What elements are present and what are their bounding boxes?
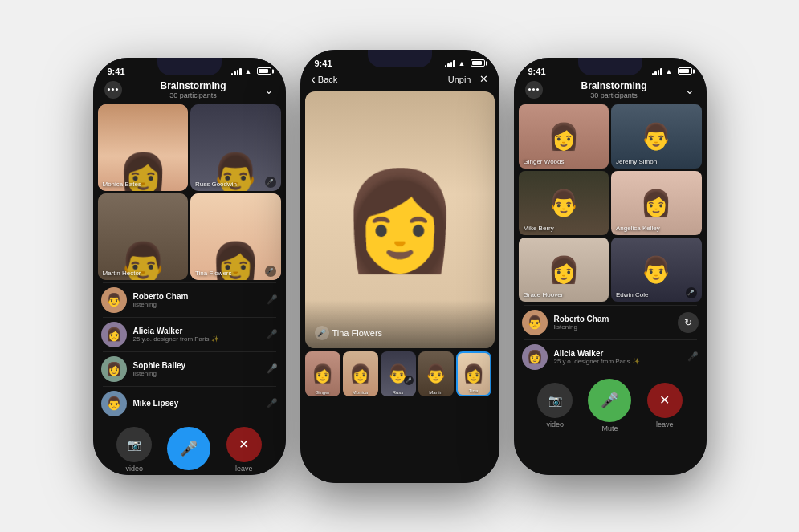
avatar-roberto: 👨 <box>101 287 127 313</box>
wifi-icon-left: ▲ <box>245 67 252 75</box>
chevron-down-icon-right[interactable]: ⌄ <box>685 83 695 96</box>
phone-center-screen: 9:41 ▲ ‹ Bac <box>300 50 499 483</box>
video-name-russ: Russ Goodwin <box>195 181 237 188</box>
avatar-sophie: 👩 <box>101 356 127 382</box>
status-time-right: 9:41 <box>528 67 546 76</box>
status-time-left: 9:41 <box>108 67 125 76</box>
phone-right: 9:41 ▲ <box>514 58 707 475</box>
video-circle-right[interactable]: 📷 <box>537 383 573 418</box>
signal-icon-center <box>445 59 455 67</box>
more-options-button-right[interactable] <box>525 81 543 99</box>
mic-muted-icon-sophie: 🎤 <box>267 363 278 374</box>
video-cell-russ[interactable]: 👨 Russ Goodwin 🎤 <box>190 104 281 191</box>
participant-status-alicia-right: 25 y.o. designer from Paris ✨ <box>554 358 681 365</box>
mic-button-left[interactable]: 🎤 <box>167 427 210 473</box>
status-icons-left: ▲ <box>231 67 271 75</box>
thumb-cell-martin[interactable]: 👨 Martin <box>418 351 454 396</box>
wifi-icon-right: ▲ <box>666 67 673 75</box>
video-name-jeremy: Jeremy Simon <box>616 158 657 165</box>
video-label-left: video <box>125 465 143 473</box>
back-button[interactable]: ‹ Back <box>312 72 338 87</box>
phone-right-screen: 9:41 ▲ <box>514 58 707 475</box>
mic-button-right[interactable]: 🎤 Mute <box>588 379 631 433</box>
participant-name-alicia: Alicia Walker <box>133 327 260 335</box>
phone-left: 9:41 ▲ <box>93 58 286 475</box>
close-pinned-icon[interactable]: ✕ <box>479 73 488 85</box>
status-icons-right: ▲ <box>652 67 692 75</box>
video-name-mike-berry: Mike Berry <box>524 225 554 232</box>
video-cell-tina-left[interactable]: 👩 Tina Flowers 🎤 <box>190 193 281 280</box>
video-circle-left[interactable]: 📷 <box>116 427 152 462</box>
thumb-cell-monica[interactable]: 👩 Monica <box>343 351 378 396</box>
participant-status-roberto: listening <box>133 301 260 308</box>
call-title-left: Brainstorming 30 participants <box>160 80 226 99</box>
video-name-grace: Grace Hoover <box>524 291 564 298</box>
phone-center: 9:41 ▲ ‹ Bac <box>300 50 499 483</box>
pinned-back-bar: ‹ Back Unpin ✕ <box>300 71 499 91</box>
thumb-mic-russ: 🎤 <box>404 376 414 385</box>
thumb-cell-tina[interactable]: 👩 Tina <box>456 351 491 396</box>
mic-icon-russ: 🎤 <box>265 177 276 188</box>
status-time-center: 9:41 <box>315 59 332 68</box>
video-button-left[interactable]: 📷 video <box>116 427 152 473</box>
phone-left-screen: 9:41 ▲ <box>93 58 286 475</box>
video-cell-grace[interactable]: 👩 Grace Hoover <box>519 238 609 302</box>
chevron-down-icon-left[interactable]: ⌄ <box>264 83 274 96</box>
thumb-name-russ: Russ <box>382 390 414 395</box>
participant-list-left: 👨 Roberto Cham listening 🎤 👩 Alicia Walk… <box>93 282 286 420</box>
avatar-roberto-right: 👨 <box>522 310 548 335</box>
pinned-video-main[interactable]: 👩 🎤 Tina Flowers <box>305 91 495 348</box>
leave-label-left: leave <box>235 465 253 473</box>
video-name-monica: Monica Bates <box>103 181 141 188</box>
video-cell-jeremy[interactable]: 👨 Jeremy Simon <box>611 104 702 169</box>
thumb-name-monica: Monica <box>344 390 377 395</box>
participant-name-sophie: Sophie Bailey <box>133 361 260 370</box>
video-label-right: video <box>546 420 564 428</box>
list-item-roberto-right[interactable]: 👨 Roberto Cham listening ↻ <box>519 306 702 339</box>
mic-circle-left[interactable]: 🎤 <box>167 427 210 470</box>
mic-icon-mike: 🎤 <box>267 398 278 408</box>
thumb-name-martin: Martin <box>420 390 452 395</box>
unpin-button[interactable]: Unpin <box>448 75 471 84</box>
video-grid-right: 👩 Ginger Woods 👨 Jeremy Simon 👨 Mike Ber… <box>514 104 707 302</box>
refresh-icon-right[interactable]: ↻ <box>678 312 699 333</box>
battery-icon-right <box>678 67 692 75</box>
list-item-roberto[interactable]: 👨 Roberto Cham listening 🎤 <box>98 283 281 317</box>
video-grid-left: 👩 Monica Bates 👨 Russ Goodwin 🎤 👨 <box>93 104 286 280</box>
video-cell-ginger[interactable]: 👩 Ginger Woods <box>519 104 609 169</box>
list-item-alicia[interactable]: 👩 Alicia Walker 25 y.o. designer from Pa… <box>98 318 281 351</box>
status-icons-center: ▲ <box>445 59 485 67</box>
battery-icon-center <box>471 59 485 67</box>
leave-circle-right[interactable]: ✕ <box>647 383 683 418</box>
avatar-alicia: 👩 <box>101 322 127 347</box>
list-item-mike[interactable]: 👨 Mike Lipsey 🎤 <box>98 387 281 420</box>
leave-button-left[interactable]: ✕ leave <box>226 427 262 473</box>
more-options-button-left[interactable] <box>104 81 122 99</box>
phones-container: 9:41 ▲ <box>77 34 723 499</box>
video-button-right[interactable]: 📷 video <box>537 383 573 428</box>
mic-circle-right[interactable]: 🎤 <box>588 379 631 422</box>
thumb-cell-russ[interactable]: 👨 🎤 Russ <box>381 351 416 396</box>
mic-icon-roberto: 🎤 <box>267 294 278 305</box>
list-item-sophie[interactable]: 👩 Sophie Bailey listening 🎤 <box>98 352 281 386</box>
leave-button-right[interactable]: ✕ leave <box>647 383 683 428</box>
thumb-cell-ginger[interactable]: 👩 Ginger <box>305 351 340 396</box>
video-cell-angelica[interactable]: 👩 Angelica Kelley <box>611 171 702 235</box>
video-name-ginger: Ginger Woods <box>524 158 565 165</box>
pinned-actions: Unpin ✕ <box>448 73 488 85</box>
video-cell-martin[interactable]: 👨 Martin Hector <box>98 193 189 280</box>
video-cell-edwin[interactable]: 👨 Edwin Cole 🎤 <box>611 238 702 302</box>
video-cell-monica[interactable]: 👩 Monica Bates <box>98 104 189 191</box>
call-header-left: Brainstorming 30 participants ⌄ <box>93 79 286 104</box>
mic-icon-alicia: 🎤 <box>267 329 278 339</box>
list-item-alicia-right[interactable]: 👩 Alicia Walker 25 y.o. designer from Pa… <box>519 340 702 374</box>
video-cell-mike-berry[interactable]: 👨 Mike Berry <box>519 171 609 235</box>
leave-circle-left[interactable]: ✕ <box>226 427 262 462</box>
video-name-edwin: Edwin Cole <box>616 291 648 298</box>
wifi-icon-center: ▲ <box>459 59 466 67</box>
thumbnail-strip: 👩 Ginger 👩 Monica 👨 🎤 Russ 👨 Martin <box>300 348 499 400</box>
thumb-name-tina: Tina <box>459 388 488 393</box>
call-header-right: Brainstorming 30 participants ⌄ <box>514 79 707 104</box>
participant-status-roberto-right: listening <box>554 323 671 331</box>
participant-status-sophie: listening <box>133 370 260 377</box>
